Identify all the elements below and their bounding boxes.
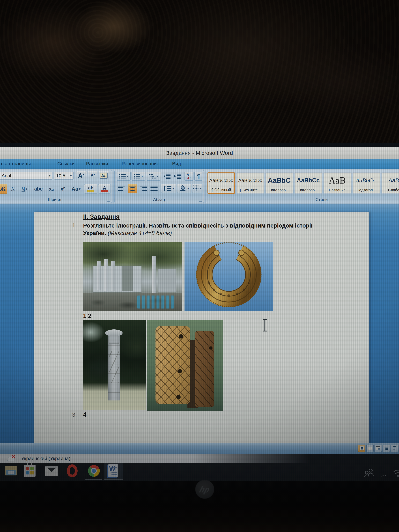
arrow-down-icon: ↓ (189, 175, 191, 178)
bold-button[interactable]: Ж (0, 184, 7, 194)
font-color-swatch (101, 190, 108, 192)
activation-watermark-line1: Активация W (335, 415, 372, 422)
highlight-color-button[interactable]: ab (84, 184, 97, 194)
underline-button[interactable]: Ч ▾ (18, 184, 31, 194)
opera-icon[interactable] (67, 464, 78, 477)
caption-1-2: 1 2 (83, 312, 91, 319)
align-left-button[interactable] (117, 184, 127, 193)
italic-button[interactable]: К (9, 184, 17, 194)
caret-icon: ▾ (157, 174, 158, 178)
caret-icon: ▾ (26, 187, 27, 191)
style-subtitle[interactable]: AaBbCc. Подзагол... (353, 172, 380, 194)
clear-formatting-button[interactable]: Аа (99, 171, 109, 180)
word-running-indicator (104, 479, 123, 480)
tab-review[interactable]: Рецензирование (122, 161, 159, 166)
outline-view-button[interactable] (383, 445, 390, 452)
mail-icon[interactable] (45, 466, 58, 476)
style-no-spacing[interactable]: AaBbCcDc ¶ Без инте... (236, 172, 264, 194)
style-subtle-emphasis[interactable]: AaBb Слабо... (381, 172, 399, 194)
tab-view[interactable]: Вид (172, 161, 181, 166)
window-title: Завдання - Microsoft Word (166, 150, 233, 156)
activation-watermark-line2: Чтобы ак (339, 428, 361, 433)
microsoft-store-icon[interactable] (24, 463, 36, 477)
caret-icon: ▾ (70, 174, 72, 178)
activation-watermark-line3: Пара (339, 437, 351, 443)
list-number-1: 1. (72, 222, 77, 228)
font-color-button[interactable]: А (98, 184, 111, 194)
font-size-select[interactable]: 10,5 ▾ (54, 172, 74, 180)
numbering-button[interactable]: ▾ (132, 172, 145, 181)
doc-heading: II. Завдання (83, 213, 120, 220)
shading-button[interactable]: ▾ (177, 184, 191, 193)
up-triangle-icon: ▲ (82, 173, 85, 175)
style-heading1[interactable]: AaBbC Заголово... (266, 172, 293, 194)
caret-icon: ▾ (187, 187, 189, 190)
draft-view-button[interactable] (391, 445, 398, 452)
change-case-button[interactable]: Aa ▾ (69, 184, 83, 194)
align-right-button[interactable] (138, 184, 148, 193)
tab-references[interactable]: Ссылки (57, 161, 75, 166)
decrease-indent-button[interactable] (162, 172, 172, 181)
image-carved-bone-plates (147, 320, 223, 411)
multilevel-list-button[interactable]: ▾ (146, 172, 161, 181)
full-screen-reading-view-button[interactable] (366, 445, 374, 452)
style-title[interactable]: АаВ Название (323, 172, 351, 194)
line-spacing-button[interactable]: ▾ (161, 184, 176, 193)
font-name-select[interactable]: Arial ▾ (0, 172, 52, 180)
image-golden-pectoral (184, 242, 273, 311)
window-titlebar: Завдання - Microsoft Word (0, 147, 399, 159)
styles-group: AaBbCcDc ¶ Обычный AaBbCcDc ¶ Без инте..… (206, 170, 399, 203)
people-tray-icon[interactable] (364, 468, 374, 479)
grow-font-button[interactable]: А▲ (76, 171, 87, 180)
windows-taskbar: ✕ Украинский (Украина) (0, 454, 399, 481)
paragraph-group: ▾ ▾ ▾ А (114, 170, 204, 203)
sort-button[interactable]: А Я ↓ (184, 172, 193, 181)
style-normal[interactable]: AaBbCcDc ¶ Обычный (208, 172, 235, 194)
caption-4: 4 (83, 411, 86, 418)
borders-button[interactable]: ▾ (192, 184, 202, 193)
paragraph-dialog-launcher[interactable] (199, 198, 202, 202)
tab-mailings[interactable]: Рассылки (86, 161, 108, 166)
superscript-button[interactable]: x² (57, 184, 68, 194)
caret-icon: ▾ (79, 187, 81, 191)
style-heading2[interactable]: AaBbCc Заголово... (295, 172, 322, 194)
view-buttons (357, 445, 398, 452)
font-group: Arial ▾ 10,5 ▾ А▲ А▾ Аа Ж (0, 170, 112, 203)
subscript-button[interactable]: x₂ (46, 184, 57, 194)
bullets-button[interactable]: ▾ (117, 172, 131, 181)
status-bar (0, 443, 399, 454)
language-bar-icon: ✕ (8, 455, 17, 462)
caret-icon: ▾ (94, 173, 95, 176)
show-marks-button[interactable]: ¶ (194, 172, 202, 181)
document-page[interactable]: II. Завдання 1. Розгляньте ілюстрації. Н… (34, 212, 369, 443)
wifi-tray-icon[interactable] (393, 469, 399, 478)
font-dialog-launcher[interactable] (107, 198, 110, 202)
pilcrow-icon: ¶ (197, 173, 200, 179)
chrome-icon[interactable] (88, 465, 100, 477)
chrome-running-indicator (85, 479, 102, 480)
ribbon-tab-bar: зметка страницы Ссылки Рассылки Рецензир… (0, 159, 399, 169)
task-text: Розгляньте ілюстрації. Назвіть їх та спі… (83, 222, 331, 237)
list-number-3: 3. (72, 412, 77, 418)
file-explorer-icon[interactable] (5, 465, 17, 476)
word-taskbar-button[interactable]: W (104, 463, 123, 479)
justify-button[interactable] (149, 184, 159, 193)
caret-icon: ▾ (141, 174, 143, 178)
caret-icon: ▾ (127, 174, 128, 178)
tab-page-layout[interactable]: зметка страницы (0, 161, 31, 166)
hp-logo: hp (195, 480, 214, 499)
caret-icon: ▾ (172, 187, 174, 190)
print-layout-view-button[interactable] (358, 445, 365, 452)
language-bar[interactable]: ✕ Украинский (Украина) (0, 454, 310, 463)
photo-of-laptop: Завдання - Microsoft Word зметка страниц… (0, 0, 399, 532)
align-center-button[interactable] (128, 184, 137, 193)
ribbon: Arial ▾ 10,5 ▾ А▲ А▾ Аа Ж (0, 169, 399, 204)
web-layout-view-button[interactable] (374, 445, 382, 452)
strikethrough-button[interactable]: abc (32, 184, 45, 194)
document-workspace: II. Завдання 1. Розгляньте ілюстрації. Н… (0, 204, 399, 443)
shrink-font-button[interactable]: А▾ (88, 171, 97, 180)
increase-indent-button[interactable] (173, 172, 183, 181)
image-ancient-ruins (83, 242, 182, 311)
tray-chevron-up-icon[interactable]: ︿ (381, 469, 388, 479)
language-label[interactable]: Украинский (Украина) (21, 456, 70, 461)
